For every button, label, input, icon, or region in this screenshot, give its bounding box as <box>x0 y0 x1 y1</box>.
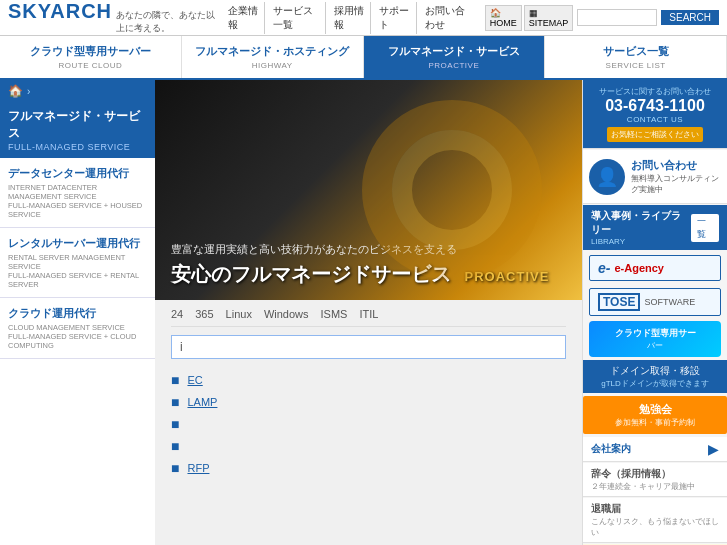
rs-phone[interactable]: 03-6743-1100 <box>591 97 719 115</box>
nav-support[interactable]: サポート <box>373 2 417 34</box>
rs-inquiry-main: お問い合わせ <box>631 158 721 173</box>
rs-retirement-title: 辞令（採用情報） <box>591 467 719 481</box>
nav-item-routecloud[interactable]: クラウド型専用サーバー ROUTE CLOUD <box>0 36 182 78</box>
right-sidebar: サービスに関するお問い合わせ 03-6743-1100 CONTACT US お… <box>582 80 727 545</box>
kw-isms: ISMS <box>321 308 348 320</box>
nav-item-proactive[interactable]: フルマネージド・サービス PROACTIVE <box>364 36 546 78</box>
sidebar-item-datacenter[interactable]: データセンター運用代行 INTERNET DATACENTER MANAGEME… <box>0 158 155 228</box>
rs-retire-sub: こんなリスク、もう悩まないでほしい <box>591 516 719 538</box>
layout: 🏠 › フルマネージド・サービス FULL-MANAGED SERVICE デー… <box>0 80 727 545</box>
breadcrumb-separator: › <box>27 86 30 97</box>
sidebar-title: フルマネージド・サービス FULL-MANAGED SERVICE <box>0 102 155 158</box>
tose-logo: TOSE <box>598 293 640 311</box>
search-input[interactable] <box>577 9 657 26</box>
breadcrumb: 🏠 › <box>0 80 155 102</box>
tose-sub: SOFTWARE <box>644 297 695 307</box>
sidebar-main-title: フルマネージド・サービス <box>8 108 147 142</box>
rs-domain-label: ドメイン取得・移設 <box>591 364 719 378</box>
left-sidebar: 🏠 › フルマネージド・サービス FULL-MANAGED SERVICE デー… <box>0 80 155 545</box>
kw-24: 24 <box>171 308 183 320</box>
logo-text: SKYARCH <box>8 0 112 23</box>
search-box-wrap <box>171 335 566 359</box>
rs-retirement-block[interactable]: 辞令（採用情報） ２年連続金・キャリア最施中 <box>583 463 727 497</box>
rs-contact-label: CONTACT US <box>591 115 719 124</box>
rs-retire-block[interactable]: 退職届 こんなリスク、もう悩まないでほしい <box>583 498 727 543</box>
header: SKYARCH あなたの隣で、あなた以上に考える。 企業情報 サービス一覧 採用… <box>0 0 727 36</box>
rs-inquiry-text: お問い合わせ 無料導入コンサルティング実施中 <box>631 158 721 195</box>
main-content: 豊富な運用実績と高い技術力があなたのビジネスを支える 安心のフルマネージドサービ… <box>155 80 582 545</box>
list-item-0: ■ EC <box>171 369 566 391</box>
rs-retirement-sub: ２年連続金・キャリア最施中 <box>591 481 719 492</box>
list-bullet-1: ■ <box>171 394 179 410</box>
rs-service-label: サービスに関するお問い合わせ <box>591 86 719 97</box>
rs-consult-btn[interactable]: お気軽にご相談ください <box>607 127 703 142</box>
top-nav: 企業情報 サービス一覧 採用情報 サポート お問い合わせ <box>222 2 477 34</box>
rs-domain-sub: gTLDドメインが取得できます <box>591 378 719 389</box>
sidebar-item-cloud-title: クラウド運用代行 <box>8 306 147 321</box>
nav-sub-highway: HIGHWAY <box>252 61 293 70</box>
rs-cloud-ad-block[interactable]: クラウド型専用サー バー <box>589 321 721 357</box>
sidebar-item-rental-sub2: FULL-MANAGED SERVICE + RENTAL SERVER <box>8 271 147 289</box>
nav-sub-proactive: PROACTIVE <box>429 61 480 70</box>
sidebar-item-rental[interactable]: レンタルサーバー運用代行 RENTAL SERVER MANAGEMENT SE… <box>0 228 155 298</box>
rs-domain-block[interactable]: ドメイン取得・移設 gTLDドメインが取得できます <box>583 360 727 393</box>
rs-contact-block: サービスに関するお問い合わせ 03-6743-1100 CONTACT US お… <box>583 80 727 149</box>
search-button[interactable]: SEARCH <box>661 10 719 25</box>
rs-cloud-label: クラウド型専用サー <box>597 327 713 340</box>
nav-item-servicelist[interactable]: サービス一覧 SERVICE LIST <box>545 36 727 78</box>
rs-inquiry-sub: 無料導入コンサルティング実施中 <box>631 173 721 195</box>
sidebar-item-datacenter-title: データセンター運用代行 <box>8 166 147 181</box>
sidebar-item-datacenter-sub1: INTERNET DATACENTER MANAGEMENT SERVICE <box>8 183 147 201</box>
content-search-input[interactable] <box>171 335 566 359</box>
nav-label-highway: フルマネージド・ホスティング <box>195 44 349 59</box>
rs-library-btn[interactable]: 一覧 <box>691 214 719 242</box>
list-bullet-0: ■ <box>171 372 179 388</box>
rs-inquiry-icon: 👤 <box>589 159 625 195</box>
sidebar-item-cloud[interactable]: クラウド運用代行 CLOUD MANAGEMENT SERVICE FULL-M… <box>0 298 155 359</box>
kw-windows: Windows <box>264 308 309 320</box>
sidebar-sub-title: FULL-MANAGED SERVICE <box>8 142 147 152</box>
nav-company[interactable]: 企業情報 <box>222 2 266 34</box>
list-item-3: ■ <box>171 435 566 457</box>
rs-company-block[interactable]: 会社案内 ▶ <box>583 437 727 462</box>
rs-library-block[interactable]: 導入事例・ライブラリー LIBRARY 一覧 <box>583 205 727 250</box>
rs-inquiry-block[interactable]: 👤 お問い合わせ 無料導入コンサルティング実施中 <box>583 150 727 204</box>
content-area: 24 365 Linux Windows ISMS ITIL ■ EC ■ LA… <box>155 300 582 545</box>
home-icon[interactable]: 🏠 <box>8 84 23 98</box>
list-link-ec[interactable]: EC <box>187 374 202 386</box>
sidebar-item-rental-title: レンタルサーバー運用代行 <box>8 236 147 251</box>
rs-library-sub: LIBRARY <box>591 237 691 246</box>
rs-study-block[interactable]: 勉強会 参加無料・事前予約制 <box>583 396 727 434</box>
rs-cloud-sub: バー <box>597 340 713 351</box>
rs-retire-title: 退職届 <box>591 502 719 516</box>
list-link-rfp[interactable]: RFP <box>187 462 209 474</box>
nav-sub-servicelist: SERVICE LIST <box>606 61 666 70</box>
tab-sitemap[interactable]: ▦ SITEMAP <box>524 5 574 31</box>
hero-banner: 豊富な運用実績と高い技術力があなたのビジネスを支える 安心のフルマネージドサービ… <box>155 80 582 300</box>
rs-study-label: 勉強会 <box>591 402 719 417</box>
kw-linux: Linux <box>226 308 252 320</box>
keyword-row: 24 365 Linux Windows ISMS ITIL <box>171 308 566 327</box>
list-item-4: ■ RFP <box>171 457 566 479</box>
rs-eagency-block[interactable]: e- e-Agency <box>589 255 721 281</box>
nav-contact[interactable]: お問い合わせ <box>419 2 477 34</box>
rs-tose-block[interactable]: TOSE SOFTWARE <box>589 288 721 316</box>
list-bullet-4: ■ <box>171 460 179 476</box>
list-item-2: ■ <box>171 413 566 435</box>
list-bullet-2: ■ <box>171 416 179 432</box>
nav-services[interactable]: サービス一覧 <box>267 2 326 34</box>
sidebar-item-rental-sub1: RENTAL SERVER MANAGEMENT SERVICE <box>8 253 147 271</box>
agency-text: e-Agency <box>614 262 664 274</box>
rs-company-arrow-icon: ▶ <box>708 441 719 457</box>
list-bullet-3: ■ <box>171 438 179 454</box>
tab-home[interactable]: 🏠 HOME <box>485 5 522 31</box>
nav-recruit[interactable]: 採用情報 <box>328 2 372 34</box>
nav-item-highway[interactable]: フルマネージド・ホスティング HIGHWAY <box>182 36 364 78</box>
hero-decoration <box>362 90 542 290</box>
nav-label-servicelist: サービス一覧 <box>603 44 669 59</box>
rs-library-label: 導入事例・ライブラリー <box>591 209 691 237</box>
hero-circle-inner <box>392 130 512 250</box>
kw-itil: ITIL <box>359 308 378 320</box>
search-bar: 🏠 HOME ▦ SITEMAP SEARCH <box>485 5 719 31</box>
list-link-lamp[interactable]: LAMP <box>187 396 217 408</box>
